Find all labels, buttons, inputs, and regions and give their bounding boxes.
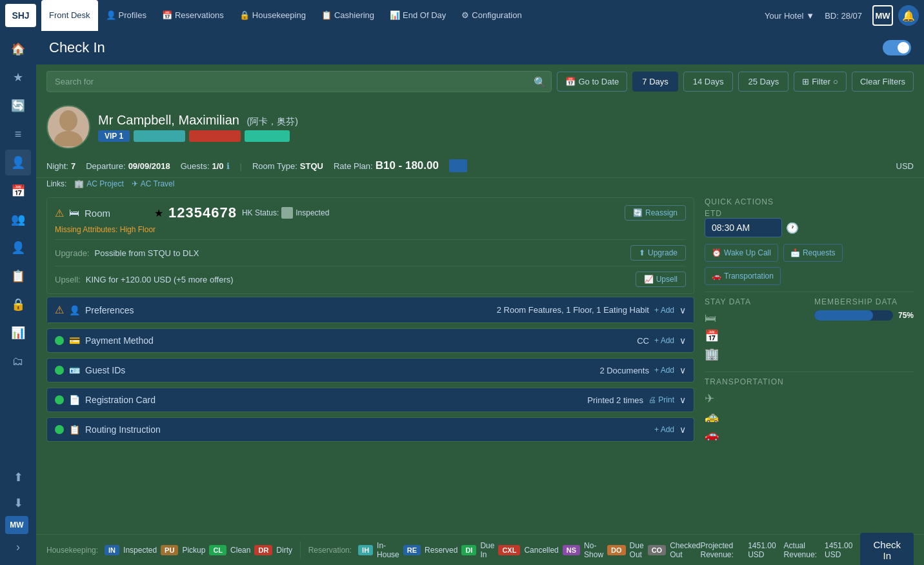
registration-card-header[interactable]: 📄 Registration Card Printed 2 times 🖨 Pr…	[47, 388, 694, 411]
right-data-row: STAY DATA 🛏 📅 🏢 MEMBERSHIP DATA 75%	[705, 297, 914, 366]
requests-icon: 📩	[790, 248, 800, 257]
goto-date-button[interactable]: 📅 Go to Date	[557, 72, 627, 92]
filter-button[interactable]: ⊞ Filter ○	[794, 72, 847, 92]
room-type-info: Room Type: STQU	[252, 161, 323, 171]
sidebar-item-upload[interactable]: ⬆	[5, 464, 31, 490]
search-icon[interactable]: 🔍	[534, 75, 547, 88]
regcard-print-button[interactable]: 🖨 Print	[648, 395, 674, 404]
link-1[interactable]: 🏢 AC Project	[74, 179, 123, 188]
sidebar-item-download[interactable]: ⬇	[5, 490, 31, 516]
room-warn-icon: ⚠	[55, 207, 64, 219]
guest-ids-header[interactable]: 🪪 Guest IDs 2 Documents + Add ∨	[47, 359, 694, 382]
nav-configuration[interactable]: ⚙ Configuration	[454, 0, 529, 31]
sidebar-item-profile[interactable]: 👤	[5, 235, 31, 261]
sidebar-user-badge[interactable]: MW	[5, 516, 28, 534]
transport-icon-car: 🚗	[705, 428, 914, 442]
payment-add-button[interactable]: + Add	[654, 336, 674, 345]
sidebar-expand-icon[interactable]: ›	[5, 534, 31, 560]
profiles-icon: 👤	[106, 10, 116, 20]
sidebar-item-activity[interactable]: 🔄	[5, 93, 31, 119]
transportation-button[interactable]: 🚗 Transportation	[705, 267, 781, 285]
guest-avatar	[46, 105, 90, 149]
preferences-header[interactable]: ⚠ 👤 Preferences 2 Room Features, 1 Floor…	[47, 297, 694, 322]
sidebar-item-table[interactable]: 📊	[5, 320, 31, 346]
pref-icon: 👤	[69, 305, 80, 315]
user-initials-badge[interactable]: MW	[872, 5, 893, 26]
upgrade-label: Upgrade:	[55, 248, 89, 258]
status-ns-label: No-Show	[584, 541, 603, 559]
sidebar-item-favorites[interactable]: ★	[5, 64, 31, 90]
payment-header[interactable]: 💳 Payment Method CC + Add ∨	[47, 329, 694, 352]
etd-input[interactable]	[705, 218, 782, 237]
7-days-button[interactable]: 7 Days	[632, 72, 678, 92]
routing-chevron-icon: ∨	[679, 424, 686, 435]
status-badge-re: RE	[403, 545, 421, 555]
sidebar-item-lock[interactable]: 🔒	[5, 292, 31, 317]
upsell-button[interactable]: 📈 Upsell	[636, 272, 686, 287]
rate-color-box	[449, 159, 467, 172]
nights-value: 7	[71, 161, 75, 171]
guests-info-icon[interactable]: ℹ	[226, 161, 230, 171]
link-2[interactable]: ✈ AC Travel	[132, 179, 175, 188]
room-type-value: STQU	[300, 161, 323, 171]
preferences-add-button[interactable]: + Add	[654, 306, 674, 315]
main-grid: ⚠ 🛏 Room ★ 12354678 HK Status: Inspected…	[36, 192, 924, 450]
transportation-label: Transportation	[724, 272, 774, 281]
25-days-button[interactable]: 25 Days	[738, 72, 788, 92]
status-badge-in: IN	[105, 545, 119, 555]
app-logo[interactable]: SHJ	[5, 4, 36, 27]
regcard-chevron-icon: ∨	[679, 395, 686, 405]
clock-icon[interactable]: 🕐	[786, 222, 799, 234]
nav-end-of-day[interactable]: 📊 End Of Day	[382, 0, 454, 31]
reassign-button[interactable]: 🔄 Reassign	[625, 205, 686, 221]
checkin-header: Check In	[36, 31, 924, 64]
search-input[interactable]	[46, 71, 552, 92]
routing-add-button[interactable]: + Add	[654, 425, 674, 434]
nav-right: Your Hotel ▼ BD: 28/07 MW 🔔	[765, 5, 919, 26]
nav-housekeeping[interactable]: 🔒 Housekeeping	[232, 0, 314, 31]
notification-button[interactable]: 🔔	[898, 5, 919, 26]
membership-data-col: MEMBERSHIP DATA 75%	[814, 297, 914, 366]
guest-ids-section: 🪪 Guest IDs 2 Documents + Add ∨	[46, 358, 694, 382]
room-title: Room	[85, 208, 110, 219]
sidebar-item-groups[interactable]: 👥	[5, 206, 31, 232]
transport-icon-taxi: 🚕	[705, 410, 914, 424]
status-dr-label: Dirty	[276, 546, 292, 555]
sidebar-item-menu[interactable]: ≡	[5, 121, 31, 147]
cashiering-icon: 📋	[321, 10, 332, 20]
sidebar-bottom: ⬆ ⬇ MW ›	[5, 464, 31, 560]
upsell-icon: 📈	[644, 275, 654, 284]
guest-ids-title: Guest IDs	[85, 365, 594, 375]
membership-bar-bg	[814, 310, 893, 321]
guest-ids-add-button[interactable]: + Add	[654, 366, 674, 375]
nav-front-desk[interactable]: Front Desk	[41, 0, 98, 31]
nav-end-of-day-label: End Of Day	[403, 10, 446, 20]
guestid-status-dot	[55, 366, 64, 375]
14-days-button[interactable]: 14 Days	[683, 72, 734, 92]
nav-cashiering[interactable]: 📋 Cashiering	[314, 0, 382, 31]
upgrade-button[interactable]: ⬆ Upgrade	[630, 245, 686, 261]
checkin-toggle[interactable]	[883, 40, 911, 55]
clear-filters-button[interactable]: Clear Filters	[852, 72, 914, 92]
hk-status: HK Status: Inspected	[242, 207, 329, 219]
sidebar-item-calendar[interactable]: 📅	[5, 178, 31, 204]
nav-reservations[interactable]: 📅 Reservations	[154, 0, 232, 31]
sidebar-item-reports[interactable]: 📋	[5, 263, 31, 289]
requests-button[interactable]: 📩 Requests	[783, 244, 843, 262]
filter-radio-icon: ○	[833, 77, 838, 86]
end-of-day-icon: 📊	[390, 10, 400, 20]
wake-up-call-button[interactable]: ⏰ Wake Up Call	[705, 244, 778, 262]
search-input-wrap: 🔍	[46, 71, 552, 92]
check-in-button[interactable]: Check In	[860, 533, 914, 566]
hotel-selector[interactable]: Your Hotel ▼	[765, 11, 814, 21]
sidebar-item-files[interactable]: 🗂	[5, 348, 31, 374]
departure-value: 09/09/2018	[128, 161, 170, 171]
nav-profiles[interactable]: 👤 Profiles	[98, 0, 154, 31]
svg-point-1	[54, 131, 83, 146]
payment-value: CC	[637, 336, 649, 346]
guestid-icon: 🪪	[69, 365, 80, 375]
sidebar-item-guest[interactable]: 👤	[5, 150, 31, 175]
sidebar-item-home[interactable]: 🏠	[5, 36, 31, 62]
routing-header[interactable]: 📋 Routing Instruction + Add ∨	[47, 418, 694, 441]
hk-badge	[281, 207, 293, 219]
